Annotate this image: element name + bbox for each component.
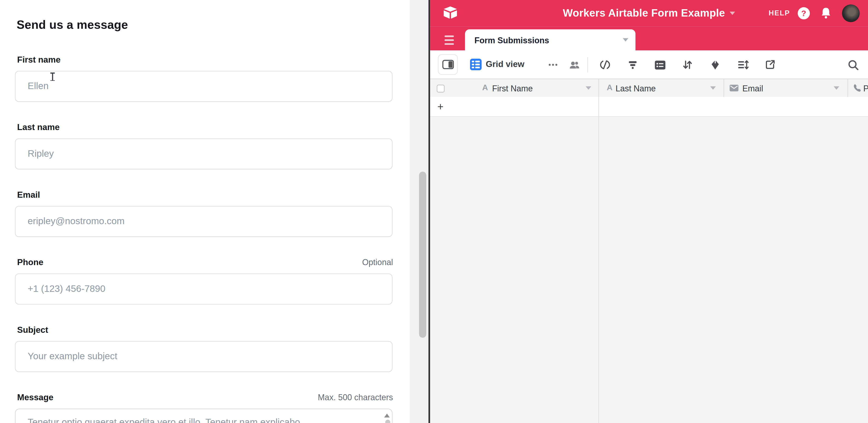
airtable-logo-icon[interactable] — [442, 6, 458, 19]
open-external-icon — [765, 59, 776, 70]
last-name-input[interactable] — [16, 139, 392, 169]
column-divider — [598, 79, 599, 423]
last-name-label: Last name — [17, 122, 60, 132]
view-switcher[interactable]: Grid view — [470, 57, 524, 71]
text-field-type-icon: A — [607, 83, 613, 92]
text-field-type-icon: A — [482, 83, 488, 92]
select-all-checkbox[interactable] — [437, 85, 444, 92]
view-more-button[interactable] — [545, 58, 561, 72]
add-record-row[interactable]: + — [430, 97, 868, 117]
message-textarea[interactable]: Tenetur optio quaerat expedita vero et i… — [15, 409, 392, 423]
side-panel-icon — [442, 60, 454, 69]
column-header-phone[interactable]: P — [863, 84, 868, 93]
first-name-input[interactable] — [16, 71, 392, 101]
help-circle-button[interactable]: ? — [798, 7, 810, 19]
share-view-button[interactable] — [762, 58, 778, 72]
email-field-type-icon — [730, 85, 739, 91]
filter-icon — [627, 59, 638, 70]
grid-header-row: A First Name A Last Name Email P — [430, 79, 868, 98]
toolbar-divider — [587, 57, 588, 72]
first-name-label: First name — [17, 55, 61, 65]
form-page-scrollbar-thumb[interactable] — [419, 172, 426, 338]
phone-optional-hint: Optional — [15, 258, 393, 267]
hide-fields-button[interactable] — [597, 58, 613, 72]
message-maxchars-hint: Max. 500 characters — [15, 393, 393, 402]
airtable-tabbar: Form Submissions SHARE — [430, 27, 868, 50]
color-icon — [710, 59, 721, 70]
sort-button[interactable] — [680, 58, 695, 72]
add-record-button[interactable]: + — [437, 101, 443, 113]
text-cursor-icon — [50, 72, 55, 81]
table-tab-label: Form Submissions — [474, 35, 549, 45]
email-field[interactable] — [15, 206, 392, 237]
subject-input[interactable] — [16, 341, 392, 371]
textarea-scrollbar-thumb[interactable] — [385, 420, 390, 423]
airtable-topbar: Workers Airtable Form Example HELP ? — [430, 0, 868, 27]
first-name-field[interactable] — [15, 71, 392, 102]
email-label: Email — [17, 190, 40, 200]
collapse-sidebar-button[interactable] — [438, 54, 458, 75]
hide-fields-icon — [599, 59, 611, 70]
base-title[interactable]: Workers Airtable Form Example — [563, 7, 725, 19]
column-menu-caret-icon[interactable] — [834, 86, 839, 90]
textarea-scroll-up-icon[interactable] — [384, 414, 390, 418]
column-divider[interactable] — [723, 79, 724, 97]
help-button[interactable]: HELP — [769, 9, 790, 17]
column-divider[interactable] — [847, 79, 848, 97]
user-avatar[interactable] — [842, 4, 860, 22]
column-menu-caret-icon[interactable] — [586, 86, 591, 90]
group-button[interactable] — [652, 58, 668, 72]
column-menu-caret-icon[interactable] — [710, 86, 716, 90]
grid-view-icon — [470, 58, 482, 70]
column-header-last-name[interactable]: Last Name — [616, 84, 656, 93]
page-title: Send us a message — [17, 18, 128, 32]
more-dots-icon — [548, 59, 558, 70]
sort-icon — [682, 59, 693, 70]
screenshot-stage: Send us a message First name Last name E… — [0, 0, 868, 423]
base-title-caret-icon[interactable] — [730, 12, 735, 15]
tab-caret-icon[interactable] — [623, 38, 628, 41]
contact-form-page: Send us a message First name Last name E… — [0, 0, 410, 423]
phone-input[interactable] — [16, 274, 392, 304]
group-icon — [654, 60, 666, 70]
subject-label: Subject — [17, 325, 48, 335]
notifications-bell-icon[interactable] — [819, 7, 832, 20]
email-input[interactable] — [16, 206, 392, 236]
last-name-field[interactable] — [15, 138, 392, 170]
row-height-button[interactable] — [735, 58, 750, 72]
row-height-icon — [737, 59, 749, 70]
column-header-first-name[interactable]: First Name — [492, 84, 533, 93]
menu-hamburger-icon[interactable] — [444, 35, 454, 45]
message-text: Tenetur optio quaerat expedita vero et i… — [28, 417, 300, 423]
window-divider — [428, 0, 430, 423]
collaborators-button[interactable] — [567, 58, 582, 72]
subject-field[interactable] — [15, 341, 392, 372]
view-toolbar: Grid view — [430, 51, 868, 79]
search-button[interactable] — [845, 58, 861, 72]
column-header-email[interactable]: Email — [742, 84, 763, 93]
phone-field-type-icon — [852, 84, 862, 93]
filter-button[interactable] — [625, 58, 640, 72]
airtable-window: Workers Airtable Form Example HELP ? For… — [430, 0, 868, 423]
view-name-label: Grid view — [486, 59, 524, 69]
collaborators-icon — [569, 60, 580, 70]
color-button[interactable] — [708, 58, 723, 72]
phone-field[interactable] — [15, 273, 392, 304]
tab-form-submissions[interactable]: Form Submissions — [465, 29, 636, 51]
search-icon — [847, 59, 859, 71]
